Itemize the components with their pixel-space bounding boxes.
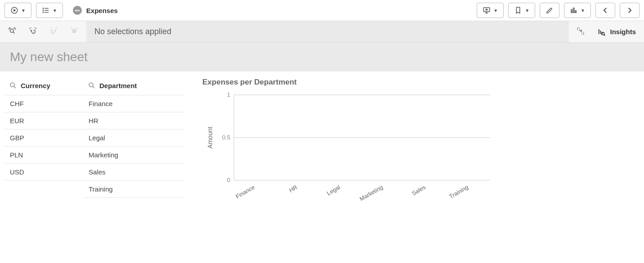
search-icon (88, 81, 96, 89)
svg-point-7 (43, 12, 44, 13)
filter-item[interactable]: CHF (4, 95, 83, 112)
clear-selections-button (70, 27, 78, 36)
svg-line-23 (604, 35, 605, 36)
svg-text:1: 1 (227, 91, 230, 98)
chart-svg: 00.51FinanceHRLegalMarketingSalesTrainin… (202, 90, 495, 243)
toolbar-left: ▼ ▼ ••• Expenses (4, 3, 118, 18)
filter-header[interactable]: Department (83, 78, 184, 95)
step-back-button[interactable] (29, 27, 37, 36)
toolbar-right: ▼ ▼ ▼ (477, 3, 640, 18)
chevron-left-icon (601, 6, 609, 14)
filter-label: Currency (21, 82, 50, 89)
svg-rect-12 (573, 8, 574, 13)
chevron-down-icon: ▼ (53, 8, 57, 13)
step-forward-button (49, 27, 58, 36)
svg-text:Department: Department (345, 242, 378, 243)
filter-item[interactable]: Marketing (83, 147, 184, 164)
pencil-icon (546, 6, 554, 14)
sheet-title[interactable]: My new sheet (10, 50, 634, 64)
chart-icon (570, 6, 578, 14)
selection-bar-right: Insights (568, 21, 644, 42)
filter-item[interactable]: Finance (83, 95, 184, 112)
filter-item[interactable]: USD (4, 164, 83, 181)
chart-canvas: 00.51FinanceHRLegalMarketingSalesTrainin… (202, 90, 635, 234)
svg-text:HR: HR (288, 184, 299, 194)
chevron-down-icon: ▼ (493, 8, 498, 13)
smart-search-button[interactable] (8, 27, 16, 36)
chart-object[interactable]: Expenses per Department 00.51FinanceHRLe… (184, 76, 640, 239)
selection-tools (0, 21, 86, 42)
edit-sheet-button[interactable] (540, 3, 559, 18)
filter-list: CHFEURGBPPLNUSD (4, 95, 83, 181)
selections-icon (577, 27, 585, 35)
app-title-wrap: ••• Expenses (73, 6, 118, 15)
filter-item[interactable]: PLN (4, 147, 83, 164)
undo-selection-icon (29, 27, 37, 35)
top-toolbar: ▼ ▼ ••• Expenses ▼ ▼ (0, 0, 644, 21)
chart-title: Expenses per Department (202, 78, 635, 87)
chevron-down-icon: ▼ (525, 8, 529, 13)
selection-bar: No selections applied Insights (0, 21, 644, 43)
svg-line-27 (93, 86, 94, 88)
svg-point-14 (10, 29, 14, 33)
chevron-down-icon: ▼ (581, 8, 585, 13)
svg-text:0.5: 0.5 (222, 134, 230, 141)
svg-text:Sales: Sales (411, 183, 427, 196)
filter-list: FinanceHRLegalMarketingSalesTraining (83, 95, 184, 198)
insights-label: Insights (610, 28, 636, 36)
chevron-down-icon: ▼ (21, 8, 26, 13)
filter-header[interactable]: Currency (4, 78, 83, 95)
bookmark-icon (514, 6, 522, 14)
filter-item[interactable]: HR (83, 112, 184, 129)
svg-text:Finance: Finance (234, 184, 256, 200)
filter-item[interactable]: Legal (83, 129, 184, 147)
filter-item[interactable]: Training (83, 181, 184, 198)
filter-pane-department[interactable]: Department FinanceHRLegalMarketingSalesT… (83, 76, 184, 239)
bookmark-button[interactable]: ▼ (508, 3, 535, 18)
svg-rect-13 (575, 11, 576, 13)
sheet-title-bar: My new sheet (0, 43, 644, 71)
svg-point-24 (10, 83, 14, 87)
navigate-button[interactable]: ▼ (4, 3, 31, 18)
svg-text:Training: Training (448, 184, 470, 200)
svg-line-25 (14, 86, 16, 88)
svg-rect-11 (571, 10, 572, 13)
filter-item[interactable]: EUR (4, 112, 83, 129)
svg-point-1 (14, 10, 15, 11)
svg-point-6 (43, 10, 44, 11)
svg-text:Legal: Legal (326, 184, 341, 197)
presentation-icon (483, 6, 491, 14)
prev-sheet-button[interactable] (595, 3, 615, 18)
svg-text:0: 0 (227, 177, 230, 183)
compass-icon (10, 6, 18, 14)
insights-icon (597, 28, 605, 36)
svg-point-26 (89, 83, 93, 87)
svg-text:Marketing: Marketing (358, 184, 384, 203)
play-story-button[interactable]: ▼ (477, 3, 504, 18)
clear-selection-icon (70, 27, 78, 35)
selection-search-icon (8, 27, 16, 35)
filter-pane-currency[interactable]: Currency CHFEURGBPPLNUSD (4, 76, 83, 239)
chevron-right-icon (626, 6, 634, 14)
selections-tool-button[interactable] (577, 27, 585, 36)
insights-button[interactable]: Insights (597, 28, 636, 36)
list-icon (42, 6, 50, 14)
sheet-list-button[interactable]: ▼ (564, 3, 591, 18)
next-sheet-button[interactable] (620, 3, 640, 18)
selection-status-text: No selections applied (86, 21, 568, 42)
app-icon: ••• (73, 6, 82, 15)
app-title: Expenses (86, 7, 118, 14)
filter-item[interactable]: GBP (4, 129, 83, 147)
view-list-button[interactable]: ▼ (36, 3, 63, 18)
svg-point-5 (43, 8, 44, 9)
sheet-content: Currency CHFEURGBPPLNUSD Department Fina… (0, 71, 644, 243)
search-icon (9, 81, 17, 89)
filter-item[interactable]: Sales (83, 164, 184, 181)
redo-selection-icon (49, 27, 58, 35)
svg-text:Amount: Amount (206, 127, 214, 148)
filter-label: Department (99, 82, 137, 89)
svg-line-15 (13, 32, 14, 33)
